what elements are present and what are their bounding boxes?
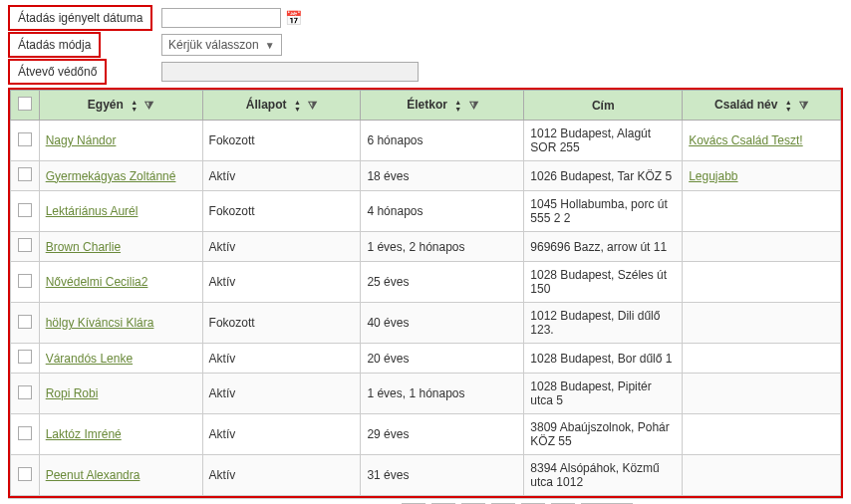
filter-icon[interactable]: ⧩ [469, 99, 478, 111]
age-cell: 6 hónapos [361, 121, 524, 161]
person-link[interactable]: Laktóz Imréné [46, 427, 122, 441]
col-header-status[interactable]: Állapot ▲▼ ⧩ [202, 91, 361, 121]
row-checkbox[interactable] [18, 238, 32, 252]
age-cell: 4 hónapos [361, 191, 524, 232]
address-cell: 1012 Budapest, Alagút SOR 255 [524, 121, 683, 161]
person-link[interactable]: Várandós Lenke [46, 352, 133, 366]
label-transfer-mode: Átadás módja [8, 32, 101, 58]
age-cell: 31 éves [361, 455, 524, 496]
status-cell: Aktív [202, 414, 361, 455]
row-checkbox[interactable] [18, 426, 32, 440]
person-link[interactable]: Nővédelmi Cecilia2 [46, 275, 148, 289]
status-cell: Fokozott [202, 191, 361, 232]
table-footer: x XLS Export Darabszám: 11 | Oldal: 1/2 … [8, 498, 843, 504]
col-header-family[interactable]: Család név ▲▼ ⧩ [683, 91, 841, 121]
status-cell: Fokozott [202, 303, 361, 344]
status-cell: Aktív [202, 374, 361, 414]
address-cell: 1045 Hollabumba, porc út 555 2 2 [524, 191, 683, 232]
family-cell [683, 374, 841, 414]
row-checkbox[interactable] [18, 274, 32, 288]
family-link[interactable]: Legujabb [689, 169, 737, 183]
person-link[interactable]: Lektáriánus Aurél [46, 204, 139, 218]
status-cell: Aktív [202, 344, 361, 374]
calendar-icon[interactable]: 📅 [285, 10, 301, 26]
family-cell [683, 191, 841, 232]
person-link[interactable]: Gyermekágyas Zoltánné [46, 169, 176, 183]
table-row: Brown CharlieAktív1 éves, 2 hónapos96969… [11, 232, 841, 262]
table-row: Nővédelmi Cecilia2Aktív25 éves1028 Budap… [11, 262, 841, 303]
person-link[interactable]: Ropi Robi [46, 386, 99, 400]
select-all-checkbox[interactable] [18, 97, 32, 111]
row-checkbox[interactable] [18, 167, 32, 181]
sort-icon[interactable]: ▲▼ [131, 99, 138, 113]
address-cell: 8394 Alsópáhok, Közmű utca 1012 [524, 455, 683, 496]
col-header-name[interactable]: Egyén ▲▼ ⧩ [39, 91, 202, 121]
table-row: Gyermekágyas ZoltánnéAktív18 éves1026 Bu… [11, 161, 841, 191]
address-cell: 1012 Budapest, Dili dűlő 123. [524, 303, 683, 344]
age-cell: 1 éves, 2 hónapos [361, 232, 524, 262]
chevron-down-icon: ▼ [265, 40, 275, 51]
sort-icon[interactable]: ▲▼ [785, 99, 792, 113]
sort-icon[interactable]: ▲▼ [294, 99, 301, 113]
age-cell: 29 éves [361, 414, 524, 455]
address-cell: 1028 Budapest, Széles út 150 [524, 262, 683, 303]
col-header-address[interactable]: Cím [524, 91, 683, 121]
table-row: Lektáriánus AurélFokozott4 hónapos1045 H… [11, 191, 841, 232]
data-table: Egyén ▲▼ ⧩ Állapot ▲▼ ⧩ Életkor ▲▼ ⧩ Cím [10, 90, 841, 496]
transfer-mode-select[interactable]: Kérjük válasszon ▼ [161, 34, 282, 56]
transfer-mode-selected: Kérjük válasszon [168, 38, 259, 52]
address-cell: 1028 Budapest, Bor dűlő 1 [524, 344, 683, 374]
status-cell: Aktív [202, 262, 361, 303]
family-cell [683, 455, 841, 496]
receiver-input[interactable] [161, 62, 419, 82]
person-link[interactable]: Brown Charlie [46, 240, 121, 254]
address-cell: 1026 Budapest, Tar KÖZ 5 [524, 161, 683, 191]
age-cell: 40 éves [361, 303, 524, 344]
family-cell [683, 344, 841, 374]
row-checkbox[interactable] [18, 315, 32, 329]
data-table-wrap: Egyén ▲▼ ⧩ Állapot ▲▼ ⧩ Életkor ▲▼ ⧩ Cím [8, 88, 843, 498]
table-row: Várandós LenkeAktív20 éves1028 Budapest,… [11, 344, 841, 374]
col-header-age-label: Életkor [407, 98, 447, 112]
row-checkbox[interactable] [18, 203, 32, 217]
address-cell: 969696 Bazz, arrow út 11 [524, 232, 683, 262]
col-header-family-label: Család név [714, 98, 777, 112]
status-cell: Aktív [202, 161, 361, 191]
col-header-name-label: Egyén [88, 98, 124, 112]
row-checkbox[interactable] [18, 467, 32, 481]
person-link[interactable]: Nagy Nándor [46, 133, 117, 147]
status-cell: Fokozott [202, 121, 361, 161]
status-cell: Aktív [202, 232, 361, 262]
family-cell [683, 232, 841, 262]
filter-icon[interactable]: ⧩ [799, 99, 808, 111]
col-header-status-label: Állapot [246, 98, 287, 112]
table-row: Ropi RobiAktív1 éves, 1 hónapos1028 Buda… [11, 374, 841, 414]
table-row: Laktóz ImrénéAktív29 éves3809 Abaújszoln… [11, 414, 841, 455]
family-cell [683, 303, 841, 344]
family-cell [683, 262, 841, 303]
age-cell: 25 éves [361, 262, 524, 303]
label-transfer-date: Átadás igényelt dátuma [8, 5, 152, 31]
table-row: Peenut AlexandraAktív31 éves8394 Alsópáh… [11, 455, 841, 496]
address-cell: 1028 Budapest, Pipitér utca 5 [524, 374, 683, 414]
person-link[interactable]: hölgy Kíváncsi Klára [46, 316, 154, 330]
col-header-age[interactable]: Életkor ▲▼ ⧩ [361, 91, 524, 121]
sort-icon[interactable]: ▲▼ [454, 99, 461, 113]
age-cell: 18 éves [361, 161, 524, 191]
family-cell [683, 414, 841, 455]
age-cell: 20 éves [361, 344, 524, 374]
filter-icon[interactable]: ⧩ [308, 99, 317, 111]
label-receiver: Átvevő védőnő [8, 59, 107, 85]
table-row: Nagy NándorFokozott6 hónapos1012 Budapes… [11, 121, 841, 161]
family-link[interactable]: Kovács Család Teszt! [689, 133, 803, 147]
age-cell: 1 éves, 1 hónapos [361, 374, 524, 414]
filter-icon[interactable]: ⧩ [144, 99, 153, 111]
row-checkbox[interactable] [18, 132, 32, 146]
person-link[interactable]: Peenut Alexandra [46, 468, 141, 482]
transfer-date-input[interactable] [161, 8, 281, 28]
row-checkbox[interactable] [18, 350, 32, 364]
status-cell: Aktív [202, 455, 361, 496]
table-row: hölgy Kíváncsi KláraFokozott40 éves1012 … [11, 303, 841, 344]
col-header-address-label: Cím [592, 99, 615, 113]
row-checkbox[interactable] [18, 385, 32, 399]
